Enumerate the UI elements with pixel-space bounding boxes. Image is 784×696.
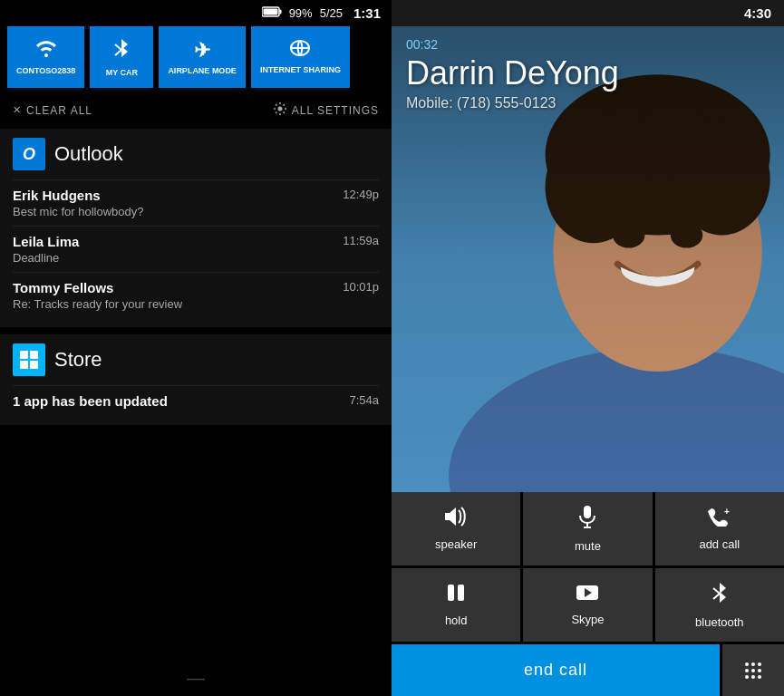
close-icon: ✕ bbox=[13, 104, 21, 116]
outlook-header: O Outlook bbox=[13, 138, 379, 170]
right-status-bar: 4:30 bbox=[392, 0, 784, 26]
svg-rect-23 bbox=[584, 506, 591, 518]
svg-point-39 bbox=[751, 669, 755, 672]
time-2: 11:59a bbox=[343, 234, 379, 247]
notification-item-1[interactable]: Erik Hudgens 12:49p Best mic for hollowb… bbox=[13, 179, 379, 226]
bluetooth-call-icon bbox=[711, 581, 728, 610]
svg-text:+: + bbox=[724, 507, 730, 517]
mute-button[interactable]: mute bbox=[523, 492, 652, 566]
left-status-bar: 99% 5/25 1:31 bbox=[0, 0, 392, 26]
hold-icon bbox=[446, 583, 466, 608]
internet-icon bbox=[289, 39, 311, 62]
svg-point-40 bbox=[758, 669, 761, 672]
store-app-name: Store bbox=[54, 348, 102, 372]
svg-marker-32 bbox=[720, 592, 726, 603]
clear-all-label: CLEAR ALL bbox=[26, 104, 92, 117]
notification-item-3[interactable]: Tommy Fellows 10:01p Re: Tracks ready fo… bbox=[13, 272, 379, 318]
speaker-button[interactable]: speaker bbox=[392, 492, 520, 566]
svg-point-36 bbox=[751, 662, 755, 666]
time-1: 12:49p bbox=[343, 188, 379, 201]
svg-point-38 bbox=[745, 669, 749, 672]
tile-wifi[interactable]: CONTOSO2838 bbox=[7, 26, 84, 88]
svg-rect-1 bbox=[279, 10, 281, 14]
hold-button[interactable]: hold bbox=[392, 568, 520, 642]
sender-3: Tommy Fellows bbox=[13, 280, 113, 295]
airplane-icon: ✈ bbox=[194, 39, 210, 63]
svg-line-33 bbox=[713, 588, 720, 594]
battery-percentage: 99% bbox=[289, 6, 313, 20]
skype-icon bbox=[576, 584, 599, 607]
right-time: 4:30 bbox=[744, 5, 771, 21]
wifi-icon bbox=[35, 39, 57, 63]
tile-airplane[interactable]: ✈ AIRPLANE MODE bbox=[159, 26, 246, 88]
bluetooth-tile-icon bbox=[113, 37, 130, 64]
tile-bluetooth[interactable]: MY CAR bbox=[90, 26, 153, 88]
sender-1: Erik Hudgens bbox=[13, 188, 101, 203]
sender-2: Leila Lima bbox=[13, 234, 79, 249]
store-notification-group: Store 1 app has been updated 7:54a bbox=[0, 334, 392, 425]
store-time: 7:54a bbox=[349, 393, 379, 407]
home-indicator[interactable]: — bbox=[0, 661, 392, 696]
add-call-label: add call bbox=[699, 537, 740, 551]
left-panel: 99% 5/25 1:31 CONTOSO2838 bbox=[0, 0, 392, 696]
notification-item-store[interactable]: 1 app has been updated 7:54a bbox=[13, 385, 379, 416]
svg-point-43 bbox=[758, 675, 761, 679]
end-call-button[interactable]: end call bbox=[392, 644, 720, 696]
time-3: 10:01p bbox=[343, 280, 379, 294]
svg-rect-7 bbox=[20, 351, 28, 359]
add-call-button[interactable]: + add call bbox=[655, 492, 784, 566]
svg-rect-28 bbox=[458, 585, 464, 601]
mute-label: mute bbox=[575, 539, 601, 553]
svg-rect-8 bbox=[30, 351, 38, 359]
skype-label: Skype bbox=[571, 613, 604, 626]
svg-point-6 bbox=[277, 107, 282, 111]
svg-point-35 bbox=[745, 662, 749, 666]
quick-tiles: CONTOSO2838 MY CAR ✈ AIRPLANE MODE bbox=[0, 26, 392, 95]
right-panel: 4:30 bbox=[392, 0, 784, 696]
svg-line-34 bbox=[713, 594, 720, 599]
preview-1: Best mic for hollowbody? bbox=[13, 205, 379, 218]
svg-line-4 bbox=[115, 50, 121, 55]
add-call-icon: + bbox=[708, 507, 731, 532]
outlook-notification-group: O Outlook Erik Hudgens 12:49p Best mic f… bbox=[0, 129, 392, 327]
call-controls: speaker mute + add call bbox=[392, 492, 784, 642]
speaker-label: speaker bbox=[435, 537, 477, 551]
all-settings-button[interactable]: ALL SETTINGS bbox=[274, 102, 379, 118]
preview-2: Deadline bbox=[13, 251, 379, 265]
store-update-text: 1 app has been updated bbox=[13, 393, 168, 409]
battery-icon bbox=[262, 6, 282, 20]
bluetooth-label: bluetooth bbox=[695, 615, 744, 629]
caller-number: Mobile: (718) 555-0123 bbox=[406, 95, 619, 111]
status-date: 5/25 bbox=[320, 6, 343, 20]
store-app-icon bbox=[13, 343, 45, 376]
outlook-app-icon: O bbox=[13, 138, 45, 170]
store-header: Store bbox=[13, 343, 379, 376]
clear-all-button[interactable]: ✕ CLEAR ALL bbox=[13, 104, 92, 117]
tile-bluetooth-label: MY CAR bbox=[106, 68, 138, 77]
action-bar: ✕ CLEAR ALL ALL SETTINGS bbox=[0, 95, 392, 125]
svg-rect-10 bbox=[30, 361, 38, 369]
call-info: 00:32 Darrin DeYong Mobile: (718) 555-01… bbox=[406, 37, 619, 111]
settings-icon bbox=[274, 102, 286, 118]
left-time: 1:31 bbox=[353, 5, 381, 21]
all-settings-label: ALL SETTINGS bbox=[292, 104, 379, 117]
caller-photo: 00:32 Darrin DeYong Mobile: (718) 555-01… bbox=[392, 26, 784, 492]
tile-internet[interactable]: INTERNET SHARING bbox=[251, 26, 350, 88]
end-call-row: end call bbox=[392, 642, 784, 696]
hold-label: hold bbox=[445, 614, 468, 627]
caller-name: Darrin DeYong bbox=[406, 55, 619, 92]
preview-3: Re: Tracks ready for your review bbox=[13, 297, 379, 311]
svg-point-42 bbox=[751, 675, 755, 679]
svg-marker-31 bbox=[720, 583, 726, 594]
svg-rect-2 bbox=[263, 9, 277, 15]
bluetooth-button[interactable]: bluetooth bbox=[655, 568, 784, 642]
call-timer: 00:32 bbox=[406, 37, 619, 52]
speaker-icon bbox=[444, 507, 468, 532]
mute-icon bbox=[578, 505, 596, 534]
skype-button[interactable]: Skype bbox=[523, 568, 652, 642]
svg-point-37 bbox=[758, 662, 761, 666]
notification-item-2[interactable]: Leila Lima 11:59a Deadline bbox=[13, 226, 379, 272]
keypad-button[interactable] bbox=[722, 644, 784, 696]
svg-line-3 bbox=[115, 44, 121, 50]
svg-point-41 bbox=[745, 675, 749, 679]
